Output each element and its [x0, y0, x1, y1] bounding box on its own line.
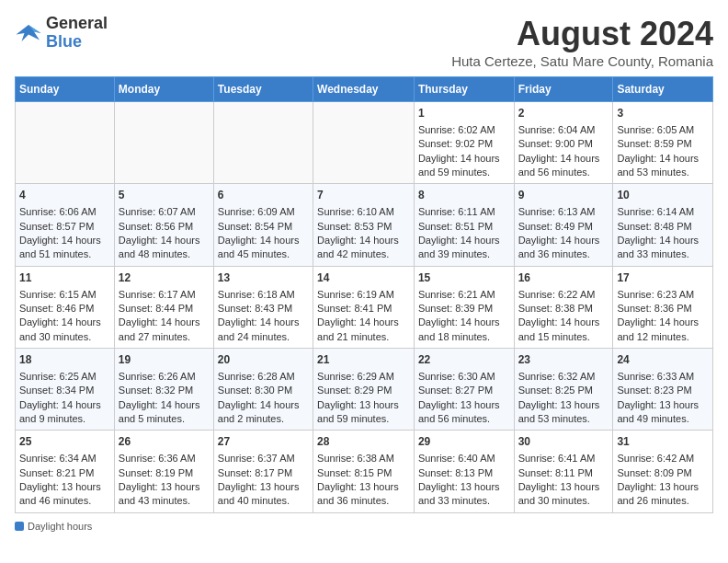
logo-icon: [15, 19, 42, 47]
day-info: Daylight: 14 hours and 21 minutes.: [317, 316, 410, 344]
calendar-table: SundayMondayTuesdayWednesdayThursdayFrid…: [15, 76, 713, 513]
day-info: Daylight: 14 hours and 59 minutes.: [418, 152, 510, 180]
day-info: Sunrise: 6:30 AM: [418, 370, 510, 384]
day-info: Daylight: 13 hours and 36 minutes.: [317, 480, 410, 509]
day-info: Sunrise: 6:32 AM: [518, 370, 609, 384]
day-number: 12: [119, 270, 210, 286]
day-info: Sunrise: 6:11 AM: [418, 205, 510, 219]
calendar-cell: 27Sunrise: 6:37 AMSunset: 8:17 PMDayligh…: [213, 431, 313, 512]
day-info: Sunrise: 6:17 AM: [119, 288, 210, 302]
day-info: Sunrise: 6:07 AM: [119, 205, 210, 219]
day-info: Sunset: 8:48 PM: [617, 220, 709, 234]
day-info: Daylight: 14 hours and 12 minutes.: [617, 316, 709, 344]
day-info: Sunrise: 6:15 AM: [19, 288, 110, 302]
day-info: Sunset: 8:49 PM: [518, 220, 609, 234]
calendar-cell: 1Sunrise: 6:02 AMSunset: 9:02 PMDaylight…: [414, 102, 514, 184]
day-info: Daylight: 14 hours and 42 minutes.: [317, 234, 410, 262]
day-info: Sunset: 8:11 PM: [518, 466, 609, 480]
day-info: Sunset: 8:27 PM: [418, 384, 510, 397]
day-number: 10: [617, 188, 709, 203]
day-info: Sunrise: 6:33 AM: [617, 370, 709, 384]
day-info: Sunrise: 6:18 AM: [218, 288, 309, 302]
day-header-thursday: Thursday: [414, 77, 514, 102]
calendar-cell: 18Sunrise: 6:25 AMSunset: 8:34 PMDayligh…: [16, 349, 115, 431]
day-info: Daylight: 13 hours and 43 minutes.: [119, 480, 210, 509]
day-number: 20: [218, 352, 309, 368]
calendar-header: SundayMondayTuesdayWednesdayThursdayFrid…: [16, 77, 713, 102]
calendar-cell: 21Sunrise: 6:29 AMSunset: 8:29 PMDayligh…: [313, 349, 415, 431]
day-number: 27: [218, 434, 309, 450]
day-info: Daylight: 13 hours and 46 minutes.: [19, 480, 110, 509]
day-number: 14: [317, 270, 410, 286]
calendar-cell: 16Sunrise: 6:22 AMSunset: 8:38 PMDayligh…: [514, 266, 613, 348]
logo-blue-text: Blue: [46, 32, 82, 51]
svg-marker-0: [17, 25, 41, 41]
day-info: Sunrise: 6:19 AM: [317, 288, 410, 302]
calendar-cell: 12Sunrise: 6:17 AMSunset: 8:44 PMDayligh…: [114, 266, 213, 348]
day-info: Daylight: 14 hours and 39 minutes.: [418, 234, 510, 262]
day-header-sunday: Sunday: [16, 77, 115, 102]
calendar-cell: 30Sunrise: 6:41 AMSunset: 8:11 PMDayligh…: [514, 431, 613, 512]
day-info: Daylight: 13 hours and 53 minutes.: [518, 398, 609, 427]
day-info: Daylight: 14 hours and 33 minutes.: [617, 234, 709, 262]
day-number: 28: [317, 434, 410, 450]
day-info: Sunset: 8:57 PM: [19, 220, 110, 234]
week-row-2: 4Sunrise: 6:06 AMSunset: 8:57 PMDaylight…: [16, 184, 713, 266]
day-number: 3: [617, 106, 709, 121]
calendar-cell: 19Sunrise: 6:26 AMSunset: 8:32 PMDayligh…: [114, 349, 213, 431]
day-info: Sunset: 8:17 PM: [218, 466, 309, 480]
day-number: 15: [418, 270, 510, 286]
day-number: 23: [518, 352, 609, 368]
day-info: Sunset: 8:51 PM: [418, 220, 510, 234]
calendar-body: 1Sunrise: 6:02 AMSunset: 9:02 PMDaylight…: [16, 102, 713, 513]
calendar-cell: 29Sunrise: 6:40 AMSunset: 8:13 PMDayligh…: [414, 431, 514, 512]
day-number: 24: [617, 352, 709, 368]
calendar-cell: 6Sunrise: 6:09 AMSunset: 8:54 PMDaylight…: [213, 184, 313, 266]
day-info: Sunset: 8:44 PM: [119, 302, 210, 316]
calendar-cell: 8Sunrise: 6:11 AMSunset: 8:51 PMDaylight…: [414, 184, 514, 266]
calendar-cell: 7Sunrise: 6:10 AMSunset: 8:53 PMDaylight…: [313, 184, 415, 266]
day-number: 2: [518, 106, 609, 121]
day-info: Sunset: 8:54 PM: [218, 220, 309, 234]
day-info: Daylight: 14 hours and 51 minutes.: [19, 234, 110, 262]
day-info: Sunrise: 6:22 AM: [518, 288, 609, 302]
day-info: Daylight: 13 hours and 49 minutes.: [617, 398, 709, 427]
day-info: Sunset: 8:13 PM: [418, 466, 510, 480]
day-info: Sunset: 8:15 PM: [317, 466, 410, 480]
day-info: Sunrise: 6:40 AM: [418, 452, 510, 465]
day-number: 22: [418, 352, 510, 368]
calendar-cell: 11Sunrise: 6:15 AMSunset: 8:46 PMDayligh…: [16, 266, 115, 348]
day-info: Sunset: 9:02 PM: [418, 137, 510, 151]
day-info: Sunrise: 6:25 AM: [19, 370, 110, 384]
header-row: SundayMondayTuesdayWednesdayThursdayFrid…: [16, 77, 713, 102]
week-row-5: 25Sunrise: 6:34 AMSunset: 8:21 PMDayligh…: [16, 431, 713, 512]
day-header-saturday: Saturday: [613, 77, 713, 102]
day-number: 25: [19, 434, 110, 450]
day-header-monday: Monday: [114, 77, 213, 102]
day-info: Sunrise: 6:06 AM: [19, 205, 110, 219]
day-info: Sunset: 8:59 PM: [617, 137, 709, 151]
day-info: Daylight: 14 hours and 48 minutes.: [119, 234, 210, 262]
day-info: Sunset: 9:00 PM: [518, 137, 609, 151]
calendar-cell: [16, 102, 115, 184]
day-info: Sunset: 8:30 PM: [218, 384, 309, 397]
day-info: Daylight: 13 hours and 59 minutes.: [317, 398, 410, 427]
day-info: Sunrise: 6:10 AM: [317, 205, 410, 219]
calendar-cell: 2Sunrise: 6:04 AMSunset: 9:00 PMDaylight…: [514, 102, 613, 184]
day-number: 4: [19, 188, 110, 203]
day-info: Sunset: 8:19 PM: [119, 466, 210, 480]
calendar-cell: [313, 102, 415, 184]
day-number: 21: [317, 352, 410, 368]
day-info: Sunrise: 6:28 AM: [218, 370, 309, 384]
day-info: Daylight: 13 hours and 33 minutes.: [418, 480, 510, 509]
calendar-cell: 23Sunrise: 6:32 AMSunset: 8:25 PMDayligh…: [514, 349, 613, 431]
calendar-cell: 25Sunrise: 6:34 AMSunset: 8:21 PMDayligh…: [16, 431, 115, 512]
day-info: Daylight: 14 hours and 45 minutes.: [218, 234, 309, 262]
day-info: Sunset: 8:53 PM: [317, 220, 410, 234]
day-info: Sunrise: 6:04 AM: [518, 123, 609, 137]
day-info: Sunrise: 6:29 AM: [317, 370, 410, 384]
calendar-cell: 28Sunrise: 6:38 AMSunset: 8:15 PMDayligh…: [313, 431, 415, 512]
day-info: Sunrise: 6:23 AM: [617, 288, 709, 302]
day-info: Daylight: 14 hours and 15 minutes.: [518, 316, 609, 344]
calendar-cell: 31Sunrise: 6:42 AMSunset: 8:09 PMDayligh…: [613, 431, 713, 512]
